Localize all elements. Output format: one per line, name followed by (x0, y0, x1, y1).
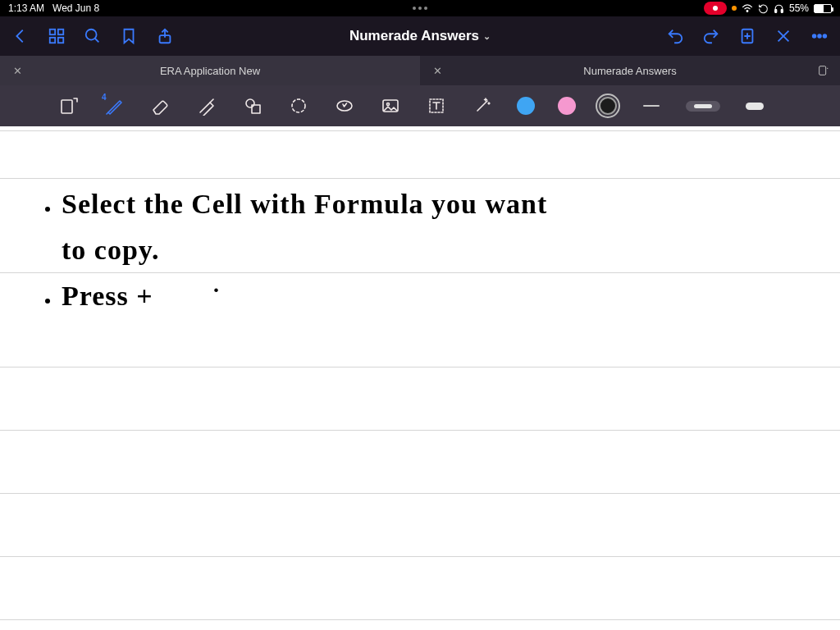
svg-point-10 (813, 34, 816, 38)
screen-record-indicator[interactable] (704, 2, 727, 15)
svg-rect-6 (58, 38, 63, 43)
shapes-tool[interactable] (241, 94, 264, 117)
battery-icon (814, 4, 832, 13)
bookmark-icon[interactable] (120, 27, 138, 45)
document-title-text: Numerade Answers (349, 28, 479, 44)
handwriting-line-1: Select the Cell with Formula you want (62, 190, 547, 218)
note-canvas[interactable]: Select the Cell with Formula you want to… (0, 126, 840, 630)
stroke-medium[interactable] (686, 101, 720, 112)
svg-point-17 (292, 99, 305, 112)
tab-label: Numerade Answers (583, 65, 676, 77)
rotation-lock-icon (758, 3, 769, 14)
status-date: Wed Jun 8 (52, 2, 99, 14)
color-swatch-pink[interactable] (558, 97, 576, 115)
handwriting-line-3: Press + (62, 282, 153, 310)
tab-options-icon[interactable] (817, 64, 830, 77)
svg-point-7 (86, 30, 97, 40)
grid-icon[interactable] (48, 27, 66, 45)
tab-numerade-answers[interactable]: ✕ Numerade Answers (420, 56, 840, 85)
tab-label: ERA Application New (160, 65, 260, 77)
svg-point-0 (746, 11, 748, 12)
stamp-tool[interactable] (333, 94, 356, 117)
svg-point-20 (387, 103, 390, 106)
lasso-tool[interactable] (287, 94, 310, 117)
svg-point-15 (246, 99, 254, 107)
wifi-icon (742, 3, 753, 13)
image-tool[interactable] (379, 94, 402, 117)
eraser-tool[interactable] (149, 94, 172, 117)
undo-icon[interactable] (666, 27, 684, 45)
new-page-icon[interactable] (738, 27, 756, 45)
svg-rect-4 (58, 30, 63, 34)
app-header: Numerade Answers ⌄ (0, 16, 840, 56)
back-icon[interactable] (11, 27, 30, 45)
stroke-thin[interactable] (640, 105, 663, 107)
svg-point-11 (818, 34, 821, 38)
svg-rect-1 (775, 9, 777, 12)
more-icon[interactable] (810, 27, 829, 45)
svg-point-12 (824, 34, 827, 38)
redo-icon[interactable] (702, 27, 720, 45)
pen-tool[interactable]: 4 (103, 94, 126, 117)
drawing-toolbar: 4 (0, 85, 840, 126)
magic-tool[interactable] (471, 94, 494, 117)
tab-close-icon[interactable]: ✕ (13, 65, 22, 77)
status-time: 1:13 AM (8, 2, 44, 14)
stroke-thick[interactable] (743, 103, 766, 110)
color-swatch-blue[interactable] (517, 97, 535, 115)
svg-rect-2 (781, 9, 783, 12)
tab-era-application[interactable]: ✕ ERA Application New (0, 56, 420, 85)
document-title[interactable]: Numerade Answers ⌄ (349, 28, 491, 44)
pen-slot-number: 4 (102, 93, 107, 102)
status-right-cluster: 55% (704, 2, 832, 15)
tab-bar: ✕ ERA Application New ✕ Numerade Answers (0, 56, 840, 85)
chevron-down-icon: ⌄ (483, 31, 491, 42)
color-swatch-black[interactable] (599, 97, 617, 115)
ios-status-bar: 1:13 AM Wed Jun 8 55% (0, 0, 840, 16)
handwriting-dot: · (213, 279, 220, 302)
svg-rect-5 (50, 38, 55, 43)
close-icon[interactable] (774, 27, 792, 45)
svg-rect-3 (50, 30, 55, 34)
text-tool[interactable] (425, 94, 448, 117)
bullet-icon (45, 207, 50, 212)
page-template-tool[interactable] (57, 94, 80, 117)
headphones-icon (774, 3, 784, 14)
highlighter-tool[interactable] (195, 94, 218, 117)
tab-close-icon[interactable]: ✕ (433, 65, 442, 77)
svg-rect-14 (62, 100, 72, 113)
bullet-icon (45, 299, 50, 304)
svg-rect-13 (819, 66, 826, 75)
search-icon[interactable] (84, 27, 102, 45)
share-icon[interactable] (156, 27, 174, 45)
handwriting-line-2: to copy. (62, 236, 159, 264)
orange-dot-icon (732, 6, 737, 11)
battery-percent: 55% (789, 2, 809, 14)
multitask-dots[interactable] (413, 7, 427, 10)
